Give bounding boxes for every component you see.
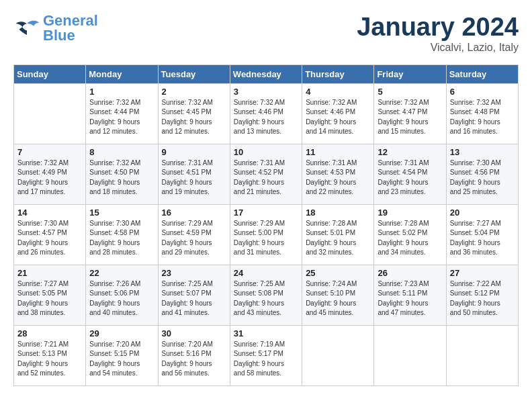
weekday-friday: Friday <box>374 64 446 83</box>
day-info: Sunrise: 7:30 AMSunset: 4:58 PMDaylight:… <box>89 219 154 258</box>
day-info: Sunrise: 7:31 AMSunset: 4:52 PMDaylight:… <box>234 158 298 197</box>
day-number: 25 <box>306 268 370 278</box>
day-info: Sunrise: 7:29 AMSunset: 5:00 PMDaylight:… <box>234 219 298 258</box>
day-number: 21 <box>17 268 82 278</box>
day-number: 7 <box>17 147 82 157</box>
day-number: 28 <box>17 328 82 338</box>
day-number: 29 <box>89 328 154 338</box>
day-number: 3 <box>234 87 298 97</box>
page-header: GeneralBlue January 2024 Vicalvi, Lazio,… <box>13 13 519 54</box>
day-info: Sunrise: 7:31 AMSunset: 4:53 PMDaylight:… <box>306 158 370 197</box>
day-info: Sunrise: 7:32 AMSunset: 4:44 PMDaylight:… <box>89 98 154 137</box>
day-cell: 12Sunrise: 7:31 AMSunset: 4:54 PMDayligh… <box>374 144 446 204</box>
day-info: Sunrise: 7:20 AMSunset: 5:16 PMDaylight:… <box>162 340 226 379</box>
day-info: Sunrise: 7:27 AMSunset: 5:04 PMDaylight:… <box>450 219 515 258</box>
location: Vicalvi, Lazio, Italy <box>357 42 519 54</box>
day-cell: 27Sunrise: 7:22 AMSunset: 5:12 PMDayligh… <box>446 265 518 325</box>
day-cell: 20Sunrise: 7:27 AMSunset: 5:04 PMDayligh… <box>446 204 518 265</box>
day-cell: 2Sunrise: 7:32 AMSunset: 4:45 PMDaylight… <box>158 83 230 144</box>
day-cell: 19Sunrise: 7:28 AMSunset: 5:02 PMDayligh… <box>374 204 446 265</box>
day-info: Sunrise: 7:19 AMSunset: 5:17 PMDaylight:… <box>234 340 298 379</box>
day-cell: 13Sunrise: 7:30 AMSunset: 4:56 PMDayligh… <box>446 144 518 204</box>
day-number: 31 <box>234 328 298 338</box>
day-info: Sunrise: 7:32 AMSunset: 4:46 PMDaylight:… <box>306 98 370 137</box>
day-info: Sunrise: 7:32 AMSunset: 4:50 PMDaylight:… <box>89 158 154 197</box>
day-info: Sunrise: 7:32 AMSunset: 4:47 PMDaylight:… <box>378 98 442 137</box>
day-cell: 24Sunrise: 7:25 AMSunset: 5:08 PMDayligh… <box>230 265 302 325</box>
day-info: Sunrise: 7:30 AMSunset: 4:57 PMDaylight:… <box>17 219 82 258</box>
day-cell: 14Sunrise: 7:30 AMSunset: 4:57 PMDayligh… <box>14 204 86 265</box>
logo: GeneralBlue <box>13 13 98 43</box>
day-cell: 3Sunrise: 7:32 AMSunset: 4:46 PMDaylight… <box>230 83 302 144</box>
day-number: 8 <box>89 147 154 157</box>
day-number: 22 <box>89 268 154 278</box>
day-cell: 8Sunrise: 7:32 AMSunset: 4:50 PMDaylight… <box>86 144 158 204</box>
day-cell: 18Sunrise: 7:28 AMSunset: 5:01 PMDayligh… <box>302 204 374 265</box>
weekday-tuesday: Tuesday <box>158 64 230 83</box>
day-number: 9 <box>162 147 226 157</box>
day-cell <box>14 83 86 144</box>
day-cell <box>446 325 518 385</box>
day-cell: 16Sunrise: 7:29 AMSunset: 4:59 PMDayligh… <box>158 204 230 265</box>
day-info: Sunrise: 7:32 AMSunset: 4:45 PMDaylight:… <box>162 98 226 137</box>
weekday-thursday: Thursday <box>302 64 374 83</box>
day-number: 15 <box>89 208 154 218</box>
day-cell: 21Sunrise: 7:27 AMSunset: 5:05 PMDayligh… <box>14 265 86 325</box>
weekday-monday: Monday <box>86 64 158 83</box>
week-row-1: 1Sunrise: 7:32 AMSunset: 4:44 PMDaylight… <box>14 83 519 144</box>
day-number: 24 <box>234 268 298 278</box>
day-cell <box>374 325 446 385</box>
weekday-header-row: SundayMondayTuesdayWednesdayThursdayFrid… <box>14 64 519 83</box>
day-cell: 15Sunrise: 7:30 AMSunset: 4:58 PMDayligh… <box>86 204 158 265</box>
day-info: Sunrise: 7:20 AMSunset: 5:15 PMDaylight:… <box>89 340 154 379</box>
day-info: Sunrise: 7:32 AMSunset: 4:46 PMDaylight:… <box>234 98 298 137</box>
day-info: Sunrise: 7:26 AMSunset: 5:06 PMDaylight:… <box>89 279 154 318</box>
day-info: Sunrise: 7:30 AMSunset: 4:56 PMDaylight:… <box>450 158 515 197</box>
day-number: 5 <box>378 87 442 97</box>
day-cell: 11Sunrise: 7:31 AMSunset: 4:53 PMDayligh… <box>302 144 374 204</box>
day-cell: 6Sunrise: 7:32 AMSunset: 4:48 PMDaylight… <box>446 83 518 144</box>
day-info: Sunrise: 7:27 AMSunset: 5:05 PMDaylight:… <box>17 279 82 318</box>
day-info: Sunrise: 7:29 AMSunset: 4:59 PMDaylight:… <box>162 219 226 258</box>
calendar-table: SundayMondayTuesdayWednesdayThursdayFrid… <box>13 64 519 386</box>
day-cell: 7Sunrise: 7:32 AMSunset: 4:49 PMDaylight… <box>14 144 86 204</box>
day-number: 17 <box>234 208 298 218</box>
week-row-3: 14Sunrise: 7:30 AMSunset: 4:57 PMDayligh… <box>14 204 519 265</box>
day-cell: 29Sunrise: 7:20 AMSunset: 5:15 PMDayligh… <box>86 325 158 385</box>
day-cell: 31Sunrise: 7:19 AMSunset: 5:17 PMDayligh… <box>230 325 302 385</box>
day-number: 20 <box>450 208 515 218</box>
week-row-4: 21Sunrise: 7:27 AMSunset: 5:05 PMDayligh… <box>14 265 519 325</box>
day-info: Sunrise: 7:31 AMSunset: 4:54 PMDaylight:… <box>378 158 442 197</box>
weekday-sunday: Sunday <box>14 64 86 83</box>
month-title: January 2024 <box>357 13 519 42</box>
day-cell: 26Sunrise: 7:23 AMSunset: 5:11 PMDayligh… <box>374 265 446 325</box>
day-info: Sunrise: 7:25 AMSunset: 5:07 PMDaylight:… <box>162 279 226 318</box>
day-number: 1 <box>89 87 154 97</box>
day-number: 27 <box>450 268 515 278</box>
day-number: 16 <box>162 208 226 218</box>
day-cell: 10Sunrise: 7:31 AMSunset: 4:52 PMDayligh… <box>230 144 302 204</box>
day-number: 23 <box>162 268 226 278</box>
day-info: Sunrise: 7:22 AMSunset: 5:12 PMDaylight:… <box>450 279 515 318</box>
day-number: 12 <box>378 147 442 157</box>
weekday-wednesday: Wednesday <box>230 64 302 83</box>
day-number: 30 <box>162 328 226 338</box>
day-number: 11 <box>306 147 370 157</box>
day-info: Sunrise: 7:28 AMSunset: 5:01 PMDaylight:… <box>306 219 370 258</box>
day-info: Sunrise: 7:31 AMSunset: 4:51 PMDaylight:… <box>162 158 226 197</box>
day-info: Sunrise: 7:32 AMSunset: 4:49 PMDaylight:… <box>17 158 82 197</box>
day-number: 6 <box>450 87 515 97</box>
day-info: Sunrise: 7:32 AMSunset: 4:48 PMDaylight:… <box>450 98 515 137</box>
week-row-2: 7Sunrise: 7:32 AMSunset: 4:49 PMDaylight… <box>14 144 519 204</box>
day-info: Sunrise: 7:25 AMSunset: 5:08 PMDaylight:… <box>234 279 298 318</box>
day-info: Sunrise: 7:21 AMSunset: 5:13 PMDaylight:… <box>17 340 82 379</box>
day-info: Sunrise: 7:28 AMSunset: 5:02 PMDaylight:… <box>378 219 442 258</box>
day-number: 13 <box>450 147 515 157</box>
day-cell <box>302 325 374 385</box>
day-cell: 1Sunrise: 7:32 AMSunset: 4:44 PMDaylight… <box>86 83 158 144</box>
weekday-saturday: Saturday <box>446 64 518 83</box>
day-cell: 30Sunrise: 7:20 AMSunset: 5:16 PMDayligh… <box>158 325 230 385</box>
day-cell: 5Sunrise: 7:32 AMSunset: 4:47 PMDaylight… <box>374 83 446 144</box>
calendar-body: 1Sunrise: 7:32 AMSunset: 4:44 PMDaylight… <box>14 83 519 385</box>
day-info: Sunrise: 7:24 AMSunset: 5:10 PMDaylight:… <box>306 279 370 318</box>
